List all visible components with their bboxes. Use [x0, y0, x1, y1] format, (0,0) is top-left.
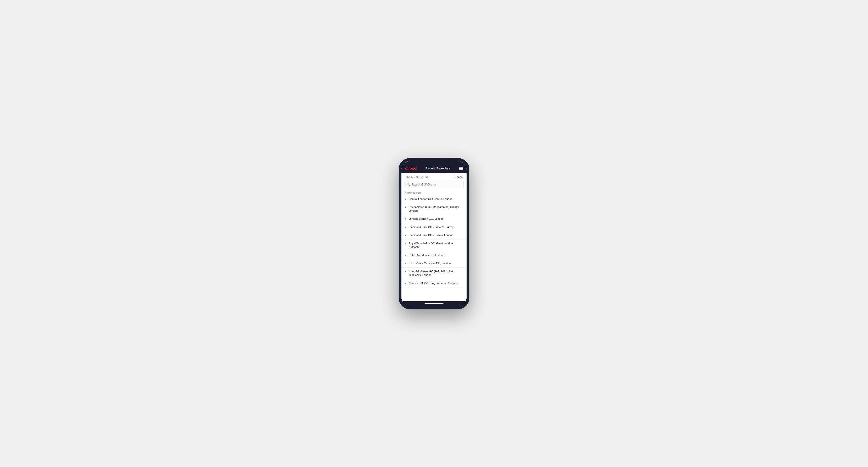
pin-icon-8: ● — [405, 270, 406, 273]
content-area: Find a Golf Course Cancel 🔍 Nearby cours… — [401, 173, 467, 301]
course-item-8[interactable]: ● North Middlesex GC (1011942 - North Mi… — [401, 268, 467, 279]
course-name-6: Dukes Meadows GC, London — [409, 253, 444, 257]
course-item-6[interactable]: ● Dukes Meadows GC, London — [401, 251, 467, 259]
pin-icon-0: ● — [405, 197, 406, 200]
menu-icon[interactable] — [459, 167, 463, 170]
course-name-1: Roehampton Club - Roehampton, Greater Lo… — [409, 205, 463, 213]
nearby-header: Nearby courses — [401, 190, 467, 195]
course-item-4[interactable]: ● Richmond Park GC - Duke's, London — [401, 231, 467, 240]
nav-bar: clippd Recent Searches — [401, 164, 467, 173]
phone-screen: clippd Recent Searches Find a Golf Cours… — [401, 161, 467, 306]
course-name-2: London Scottish GC, London — [409, 217, 444, 221]
course-item-7[interactable]: ● Brent Valley Municipal GC, London — [401, 259, 467, 268]
course-name-7: Brent Valley Municipal GC, London — [409, 261, 451, 265]
nav-title: Recent Searches — [426, 166, 450, 170]
course-item-0[interactable]: ● Central London Golf Centre, London — [401, 195, 467, 204]
pin-icon-9: ● — [405, 282, 406, 285]
search-icon: 🔍 — [407, 183, 410, 186]
home-bar — [425, 303, 443, 304]
pin-icon-5: ● — [405, 242, 406, 245]
course-name-4: Richmond Park GC - Duke's, London — [409, 234, 453, 237]
course-name-8: North Middlesex GC (1011942 - North Midd… — [409, 270, 463, 277]
course-name-3: Richmond Park GC - Prince's, Surrey — [409, 225, 454, 229]
find-label: Find a Golf Course — [405, 176, 429, 179]
pin-icon-6: ● — [405, 254, 406, 256]
course-item-5[interactable]: ● Royal Wimbledon GC, Great London Autho… — [401, 240, 467, 251]
search-input[interactable] — [404, 181, 464, 188]
course-item-2[interactable]: ● London Scottish GC, London — [401, 215, 467, 223]
search-box: 🔍 — [404, 181, 464, 188]
phone-device: clippd Recent Searches Find a Golf Cours… — [399, 158, 469, 309]
course-item-3[interactable]: ● Richmond Park GC - Prince's, Surrey — [401, 223, 467, 231]
course-name-9: Coombe Hill GC, Kingston upon Thames — [409, 282, 458, 285]
course-item-9[interactable]: ● Coombe Hill GC, Kingston upon Thames — [401, 279, 467, 288]
course-name-5: Royal Wimbledon GC, Great London Authori… — [409, 242, 463, 249]
pin-icon-3: ● — [405, 226, 406, 228]
find-bar: Find a Golf Course Cancel — [401, 173, 467, 181]
course-item-1[interactable]: ● Roehampton Club - Roehampton, Greater … — [401, 203, 467, 215]
pin-icon-7: ● — [405, 262, 406, 264]
app-logo: clippd — [405, 166, 416, 171]
cancel-button[interactable]: Cancel — [455, 176, 463, 179]
status-bar — [401, 161, 467, 164]
home-indicator — [401, 301, 467, 306]
pin-icon-4: ● — [405, 234, 406, 237]
pin-icon-1: ● — [405, 206, 406, 208]
course-name-0: Central London Golf Centre, London — [409, 197, 453, 201]
pin-icon-2: ● — [405, 217, 406, 220]
nearby-section: Nearby courses ● Central London Golf Cen… — [401, 190, 467, 301]
